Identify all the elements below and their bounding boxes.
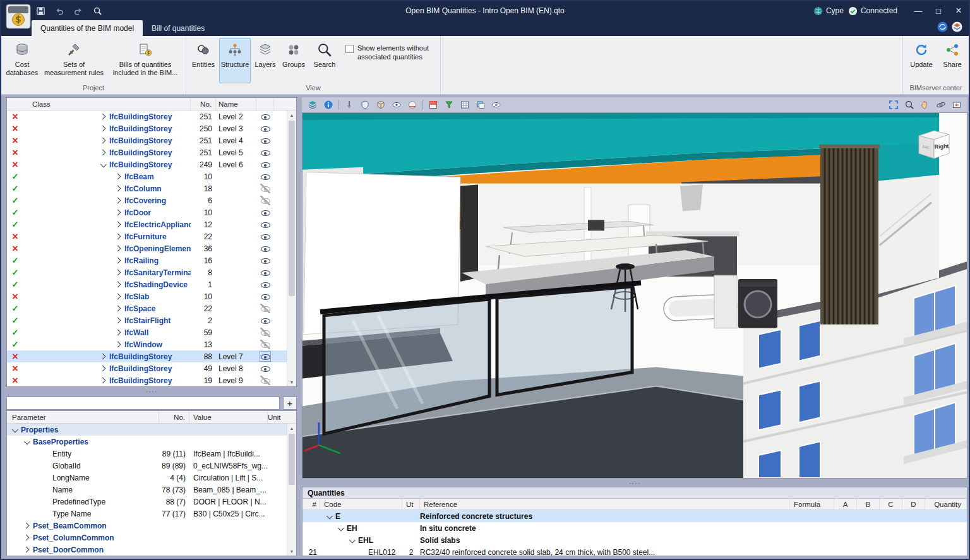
entities-button[interactable]: Entities [189, 38, 218, 83]
tree-row[interactable]: IfcBeam 10 [7, 170, 287, 182]
section-plane-icon[interactable] [407, 99, 418, 110]
expand-chevron-icon[interactable] [100, 366, 106, 372]
expand-chevron-icon[interactable] [100, 138, 106, 144]
parameter-row[interactable]: Pset_ColumnCommon [7, 532, 287, 544]
expand-chevron-icon[interactable] [100, 354, 106, 360]
column-header-reference[interactable]: Reference [420, 499, 790, 509]
expand-chevron-icon[interactable] [100, 150, 106, 156]
column-header-a[interactable]: A [834, 499, 857, 509]
tree-row[interactable]: IfcBuildingStorey 250 Level 3 [7, 122, 287, 134]
expand-chevron-icon[interactable] [115, 330, 121, 336]
visibility-toggle[interactable] [256, 160, 274, 169]
expand-chevron-icon[interactable] [115, 258, 121, 264]
tree-row[interactable]: IfcBuildingStorey 19 Level 9 [7, 374, 287, 386]
column-header-unit[interactable]: Unit [268, 411, 296, 423]
expand-chevron-icon[interactable] [100, 162, 107, 168]
show-hide-eye-icon[interactable] [391, 99, 402, 110]
save-button[interactable] [34, 4, 47, 17]
expand-chevron-icon[interactable] [100, 126, 106, 132]
expand-chevron-icon[interactable] [115, 198, 121, 204]
visibility-toggle[interactable] [256, 316, 274, 325]
zoom-window-icon[interactable] [904, 99, 915, 110]
structure-button[interactable]: Structure [219, 38, 251, 83]
tree-row[interactable]: IfcBuildingStorey 249 Level 6 [7, 158, 287, 170]
tree-row[interactable]: IfcBuildingStorey 251 Level 4 [7, 134, 287, 146]
tree-row[interactable]: IfcShadingDevice 1 [7, 278, 287, 290]
stacked-layers-icon[interactable] [475, 99, 486, 110]
account-button[interactable]: Cype [813, 6, 844, 16]
tree-row[interactable]: IfcColumn 18 [7, 182, 287, 194]
tree-row[interactable]: IfcBuildingStorey 88 Level 7 [7, 350, 287, 362]
column-header-c[interactable]: C [880, 499, 902, 509]
column-header-name[interactable]: Name [216, 98, 256, 110]
tab-bill-of-quantities[interactable]: Bill of quantities [143, 20, 213, 36]
expand-chevron-icon[interactable] [23, 535, 30, 541]
parameter-row[interactable]: Type Name 77 (17) B30 | C50x25 | Circ... [7, 508, 287, 520]
pan-icon[interactable] [919, 99, 931, 110]
tree-row[interactable]: IfcSpace 22 [7, 302, 287, 314]
filter-elements-icon[interactable] [443, 99, 455, 110]
orbit-icon[interactable] [935, 99, 947, 110]
tree-row[interactable]: IfcOpeningElement 36 [7, 242, 287, 254]
parameter-row[interactable]: LongName 4 (4) Circulation | Lift | S... [7, 472, 287, 484]
expand-chevron-icon[interactable] [115, 294, 121, 300]
expand-chevron-icon[interactable] [100, 378, 106, 384]
visibility-toggle[interactable] [256, 364, 274, 373]
column-header-no[interactable]: No. [191, 98, 216, 110]
visibility-toggle[interactable] [256, 244, 274, 253]
column-header-d[interactable]: D [902, 499, 925, 509]
tree-row[interactable]: IfcDoor 10 [7, 206, 287, 218]
faces-icon[interactable] [375, 99, 386, 110]
bimserver-icon[interactable] [952, 21, 962, 34]
tree-row[interactable]: IfcStairFlight 2 [7, 314, 287, 326]
parameter-row[interactable]: PredefinedType 88 (7) DOOR | FLOOR | N..… [7, 496, 287, 508]
visibility-toggle[interactable] [256, 172, 274, 181]
column-header-number[interactable]: # [302, 499, 320, 509]
parameter-row[interactable]: Pset_DoorCommon [7, 544, 287, 556]
quantity-row[interactable]: EH In situ concrete [302, 522, 967, 534]
tree-row[interactable]: IfcRailing 16 [7, 254, 287, 266]
expand-chevron-icon[interactable] [115, 210, 121, 216]
parameter-row[interactable]: BaseProperties [7, 436, 287, 448]
model-layers-icon[interactable] [307, 99, 318, 110]
measurement-rules-button[interactable]: Sets of measurement rules [42, 38, 106, 83]
previous-view-icon[interactable] [951, 99, 962, 110]
expand-chevron-icon[interactable] [115, 282, 121, 288]
visibility-toggle[interactable] [256, 184, 274, 193]
quantity-row[interactable]: EHL Solid slabs [302, 534, 967, 546]
column-header-formula[interactable]: Formula [790, 499, 834, 509]
expand-chevron-icon[interactable] [100, 114, 106, 120]
shield-icon[interactable] [359, 99, 371, 110]
bills-included-button[interactable]: Bills of quantities included in the BIM.… [107, 38, 183, 83]
column-header-class[interactable]: Class [7, 98, 191, 110]
info-icon[interactable] [323, 99, 334, 110]
expand-chevron-icon[interactable] [115, 342, 121, 348]
tree-row[interactable]: IfcFurniture 22 [7, 230, 287, 242]
layers-button[interactable]: Layers [252, 38, 278, 83]
column-header-no[interactable]: No. [159, 411, 189, 423]
column-header-quantity[interactable]: Quantity [925, 499, 967, 509]
left-splitter-handle[interactable]: ···· [6, 387, 297, 395]
visibility-options-icon[interactable] [491, 99, 502, 110]
expand-chevron-icon[interactable] [115, 234, 121, 240]
tree-row[interactable]: IfcBuildingStorey 49 Level 8 [7, 362, 287, 374]
quantities-table-icon[interactable] [459, 99, 470, 110]
scroll-up-icon[interactable]: ▲ [287, 110, 296, 119]
visibility-toggle[interactable] [256, 148, 274, 157]
tree-row[interactable]: IfcSlab 10 [7, 290, 287, 302]
measure-icon[interactable] [344, 99, 355, 110]
search-ribbon-button[interactable]: Search [309, 38, 340, 83]
scrollbar-thumb[interactable] [289, 121, 295, 296]
expand-chevron-icon[interactable] [115, 318, 121, 324]
clipping-box-icon[interactable] [428, 99, 439, 110]
view-cube[interactable]: bac Right [914, 126, 953, 161]
show-elements-checkbox[interactable]: Show elements without associated quantit… [342, 38, 438, 83]
parameters-scrollbar[interactable]: ▲ ▼ [287, 424, 296, 556]
column-header-value[interactable]: Value [189, 411, 268, 423]
visibility-toggle[interactable] [256, 268, 274, 277]
3d-model-scene[interactable] [302, 113, 967, 478]
expand-chevron-icon[interactable] [338, 525, 344, 532]
tree-row[interactable]: IfcBuildingStorey 251 Level 5 [7, 146, 287, 158]
column-header-code[interactable]: Code [320, 499, 402, 509]
expand-chevron-icon[interactable] [115, 270, 121, 276]
